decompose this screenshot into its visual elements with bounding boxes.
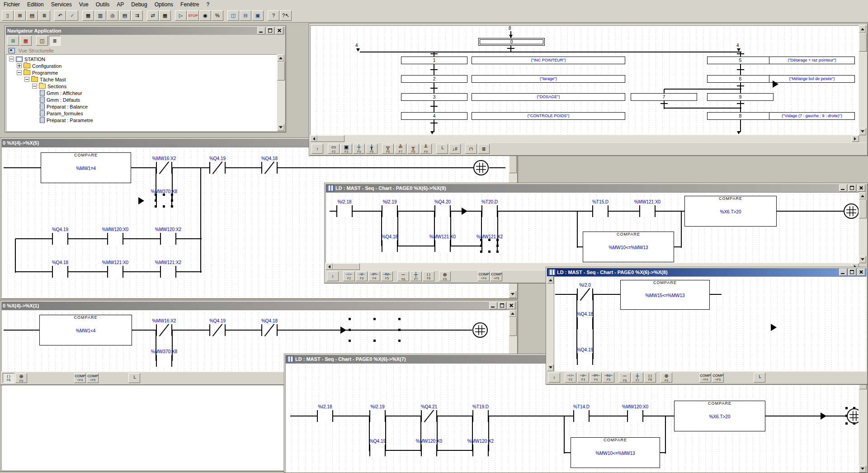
compare-block[interactable]: COMPARE%X6.T>20 xyxy=(674,401,765,431)
maximize-button[interactable] xyxy=(848,184,856,192)
step-button[interactable]: ▭F2 xyxy=(328,144,340,154)
stop-button[interactable]: STOP xyxy=(187,10,199,21)
selection-handle[interactable] xyxy=(496,251,499,253)
vertical-link-button[interactable]: ┼F7 xyxy=(410,271,422,281)
minimize-button[interactable] xyxy=(839,184,847,192)
scroll-down-icon[interactable] xyxy=(509,291,516,298)
rising-edge-contact-button[interactable]: ⊣P⊢F4 xyxy=(368,271,380,281)
directed-link-button[interactable]: └ xyxy=(436,144,448,154)
renumber-button[interactable]: ≣ xyxy=(478,144,490,154)
menu-item-options[interactable]: Options xyxy=(151,0,177,9)
window-titlebar[interactable]: Navigateur Application xyxy=(6,27,285,35)
maximize-button[interactable] xyxy=(848,269,856,276)
selection-handle[interactable] xyxy=(349,318,351,320)
horizontal-scrollbar[interactable] xyxy=(310,135,859,142)
tree-item[interactable]: Tâche Mast xyxy=(6,76,277,83)
selection-handle[interactable] xyxy=(349,329,351,331)
compare-block[interactable]: COMPARE%MW1=4 xyxy=(41,152,131,183)
selection-handle[interactable] xyxy=(171,205,173,208)
selection-handle[interactable] xyxy=(171,199,173,202)
tree-expander-icon[interactable] xyxy=(24,77,29,82)
maximize-button[interactable] xyxy=(498,302,506,309)
step-comment[interactable]: ("Détarage + raz pointeur") xyxy=(769,57,855,64)
menu-item-fichier[interactable]: Fichier xyxy=(0,0,24,9)
breakpoint-button[interactable]: ◉ xyxy=(199,10,211,21)
contact-open[interactable]: %Q4.18 xyxy=(382,240,398,252)
contact-open[interactable]: %Q4.20 xyxy=(434,205,451,217)
tree-item[interactable]: Gmm : Défauts xyxy=(6,96,277,103)
compare-block[interactable]: COMPARE%MW10<=%MW13 xyxy=(583,232,674,262)
menu-item-?[interactable]: ? xyxy=(203,0,213,9)
operate-block-button[interactable]: ⊕F9 xyxy=(15,373,27,383)
coil-button[interactable]: ( )F8 xyxy=(3,373,14,383)
scrollbar-thumb[interactable] xyxy=(317,135,344,142)
compare-block[interactable]: COMPARE%MW10<=%MW13 xyxy=(571,437,660,468)
selection-handle[interactable] xyxy=(155,194,157,196)
vertical-link-button[interactable]: ┼F7 xyxy=(632,373,643,383)
selection-handle[interactable] xyxy=(496,245,499,247)
contact-open[interactable]: %Q4.19 xyxy=(369,445,386,456)
scrollbar-thumb[interactable] xyxy=(277,61,285,80)
vertical-scrollbar[interactable] xyxy=(859,192,867,263)
selection-handle[interactable] xyxy=(171,194,173,196)
compare-vertical-button[interactable]: COMP+F5 xyxy=(87,373,99,383)
open-contact-button[interactable]: ⊣ ⊢F2 xyxy=(343,271,355,281)
contact-open[interactable]: %MW120:X0 xyxy=(107,233,123,245)
print-button[interactable]: ≣ xyxy=(38,10,50,21)
scroll-left-icon[interactable] xyxy=(310,135,317,142)
step-comment[interactable]: ("Vidage (7 : gauche ; 9 : droite)") xyxy=(769,112,855,120)
minimize-button[interactable] xyxy=(257,27,265,34)
search-button[interactable]: ◎ xyxy=(107,10,118,21)
initial-step-button[interactable]: ▣F3 xyxy=(340,144,352,154)
menu-item-fenêtre[interactable]: Fenêtre xyxy=(177,0,203,9)
sfc-step-0[interactable]: 0 xyxy=(478,38,545,46)
tree-expander-icon[interactable] xyxy=(17,70,22,75)
grafcet-view-button[interactable]: ▦ xyxy=(159,10,171,21)
debug-button[interactable]: % xyxy=(212,10,223,21)
selection-handle[interactable] xyxy=(373,318,376,320)
tree-expander-icon[interactable] xyxy=(9,57,14,61)
contact-open[interactable]: %I2.18 xyxy=(336,205,353,217)
scrollbar-thumb[interactable] xyxy=(859,33,867,52)
coil[interactable] xyxy=(472,322,488,338)
close-button[interactable] xyxy=(507,302,515,309)
ladder-window-x6-x8[interactable]: LD : MAST - Seq - Chart - PAGE0 %X(6)->%… xyxy=(546,267,868,385)
maximize-button[interactable] xyxy=(266,27,274,34)
contact-open[interactable]: %I2.19 xyxy=(369,410,386,422)
tree-expander-icon[interactable] xyxy=(32,84,37,89)
sfc-step-8[interactable]: 8 xyxy=(707,112,774,120)
compare-block[interactable]: COMPARE%MW1<4 xyxy=(39,315,132,345)
scrollbar-thumb[interactable] xyxy=(509,317,517,336)
scroll-down-icon[interactable] xyxy=(859,465,866,473)
contact-open[interactable]: %MW370:X8 xyxy=(156,355,172,367)
tree-expander-icon[interactable] xyxy=(17,63,22,68)
vertical-scrollbar[interactable] xyxy=(277,54,285,131)
contact-open[interactable]: %T14.D xyxy=(573,410,590,422)
step-comment[interactable]: ("Mélange bol de pesée") xyxy=(769,75,855,83)
tile-horizontal-button[interactable]: ◫ xyxy=(227,10,239,21)
compare-vertical-button[interactable]: COMP+F5 xyxy=(491,271,502,281)
close-button[interactable] xyxy=(857,184,865,192)
sfc-step-1[interactable]: 1 xyxy=(401,57,467,64)
or-convergence-button[interactable]: ╩F7 xyxy=(395,144,406,154)
undo-button[interactable]: ↶ xyxy=(54,10,66,21)
contact-open[interactable]: %MW121:X2 xyxy=(160,266,176,278)
menu-item-edition[interactable]: Edition xyxy=(24,0,47,9)
functional-view-button[interactable]: ▦ xyxy=(20,36,32,46)
tree-item[interactable]: Param_formules xyxy=(6,110,277,117)
application-browser-window[interactable]: Navigateur Application ⊞▦◫≣ Vue Structur… xyxy=(5,25,286,132)
contact-closed[interactable]: %Q4.19 xyxy=(209,324,226,336)
menu-item-vue[interactable]: Vue xyxy=(75,0,92,9)
horizontal-link-button[interactable]: ─F6 xyxy=(619,373,631,383)
coil-button[interactable]: ( )F8 xyxy=(423,271,434,281)
step-comment[interactable]: ("tarage") xyxy=(472,75,625,83)
tree-item[interactable]: Préparat : Parametre xyxy=(6,117,277,123)
selection-handle[interactable] xyxy=(853,422,855,425)
save-button[interactable]: ▤ xyxy=(26,10,38,21)
vertical-scrollbar[interactable] xyxy=(547,276,554,371)
closed-contact-button[interactable]: ⊣/⊢F3 xyxy=(577,373,589,383)
tree-item[interactable]: Gmm : Afficheur xyxy=(6,90,277,96)
help-button[interactable]: ? xyxy=(268,10,279,21)
contact-open[interactable]: %MW120:X2 xyxy=(160,233,176,245)
animation-table-button[interactable]: ▦ xyxy=(82,10,94,21)
